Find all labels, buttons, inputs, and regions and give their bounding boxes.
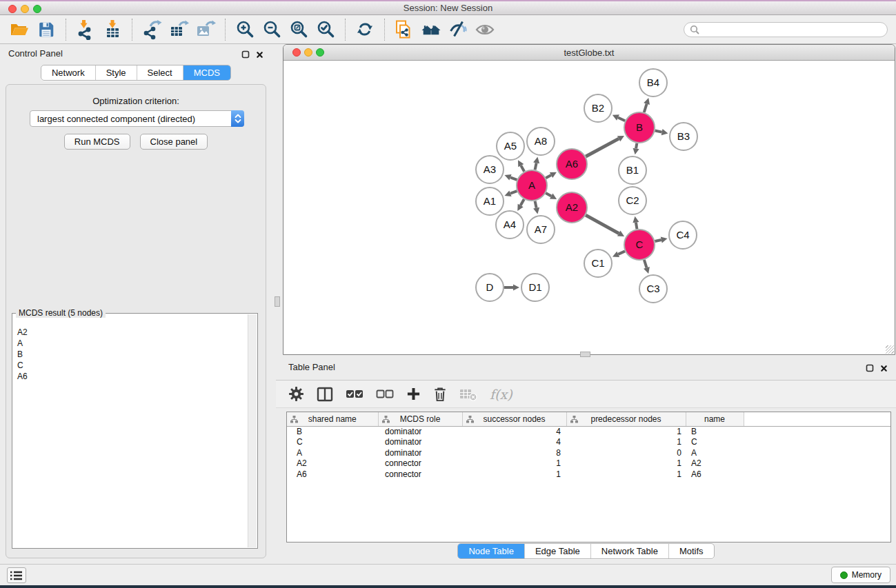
tab-motifs[interactable]: Motifs xyxy=(668,544,714,558)
cell-name[interactable]: A6 xyxy=(686,469,744,480)
close-panel-icon[interactable] xyxy=(256,49,263,61)
delete-column-button[interactable] xyxy=(433,386,447,402)
cell-successor-nodes[interactable]: 1 xyxy=(462,458,566,469)
apply-layout-button[interactable] xyxy=(352,17,377,42)
network-document-button[interactable] xyxy=(392,17,417,42)
tab-network-table[interactable]: Network Table xyxy=(590,544,668,558)
cell-name[interactable]: B xyxy=(686,426,744,437)
tab-edge-table[interactable]: Edge Table xyxy=(524,544,590,558)
cell-shared-name[interactable]: A2 xyxy=(287,458,378,469)
cell-predecessor-nodes[interactable]: 1 xyxy=(566,458,686,469)
column-header-name[interactable]: name xyxy=(686,412,744,426)
graph-edge-C-C1[interactable] xyxy=(618,251,625,254)
function-builder-button[interactable]: f(x) xyxy=(490,387,512,402)
cell-predecessor-nodes[interactable]: 1 xyxy=(566,469,686,480)
table-row[interactable]: A6connector11A6 xyxy=(287,469,890,480)
table-row[interactable]: Bdominator41B xyxy=(287,426,890,437)
run-mcds-button[interactable]: Run MCDS xyxy=(64,134,130,150)
cell-predecessor-nodes[interactable]: 1 xyxy=(566,426,686,437)
graph-edge-A-A2[interactable] xyxy=(546,193,551,196)
cell-MCDS-role[interactable]: dominator xyxy=(378,437,462,448)
mcds-result-item[interactable]: B xyxy=(17,349,247,360)
graph-edge-A-A1[interactable] xyxy=(510,191,517,194)
dropdown-stepper-icon[interactable] xyxy=(231,110,244,127)
graph-edge-B-B4[interactable] xyxy=(644,104,647,112)
table-row[interactable]: A2connector11A2 xyxy=(287,458,890,469)
mcds-result-item[interactable]: A xyxy=(17,338,247,349)
zoom-out-button[interactable] xyxy=(259,17,284,42)
cell-successor-nodes[interactable]: 8 xyxy=(462,448,566,459)
zoom-in-button[interactable] xyxy=(232,17,257,42)
cell-successor-nodes[interactable]: 4 xyxy=(462,426,566,437)
export-network-button[interactable] xyxy=(139,17,164,42)
cell-predecessor-nodes[interactable]: 1 xyxy=(566,437,686,448)
search-field[interactable] xyxy=(684,22,888,37)
mcds-result-item[interactable]: A6 xyxy=(17,371,247,382)
deselect-all-button[interactable] xyxy=(376,388,394,401)
home-button[interactable] xyxy=(419,17,444,42)
cell-MCDS-role[interactable]: dominator xyxy=(378,448,462,459)
close-panel-button[interactable]: Close panel xyxy=(140,134,208,150)
graph-edge-A-A8[interactable] xyxy=(535,163,537,170)
horizontal-splitter-grip[interactable] xyxy=(580,352,590,357)
zoom-selected-button[interactable] xyxy=(313,17,338,42)
network-canvas[interactable]: AA1A2A3A4A5A6A7A8BB1B2B3B4CC1C2C3C4DD1 xyxy=(283,61,895,354)
graph-edge-A-A5[interactable] xyxy=(521,165,524,172)
float-panel-icon[interactable] xyxy=(866,363,874,375)
cell-name[interactable]: A2 xyxy=(686,458,744,469)
delete-table-button[interactable] xyxy=(459,387,477,402)
table-settings-button[interactable] xyxy=(288,386,304,402)
close-panel-icon[interactable] xyxy=(880,363,888,375)
column-header-MCDS-role[interactable]: MCDS role xyxy=(378,412,462,426)
graph-edge-A-A7[interactable] xyxy=(535,201,537,208)
zoom-fit-button[interactable] xyxy=(286,17,311,42)
cell-predecessor-nodes[interactable]: 0 xyxy=(566,448,686,459)
cell-shared-name[interactable]: A6 xyxy=(287,469,378,480)
cell-successor-nodes[interactable]: 1 xyxy=(462,469,566,480)
cell-name[interactable]: A xyxy=(686,448,744,459)
graph-edge-A2-C[interactable] xyxy=(586,215,619,233)
graph-edge-C-C2[interactable] xyxy=(636,223,637,230)
cell-shared-name[interactable]: A xyxy=(287,448,378,459)
open-session-button[interactable] xyxy=(7,17,32,42)
criterion-dropdown[interactable]: largest connected component (directed) xyxy=(30,110,244,127)
mcds-result-item[interactable]: C xyxy=(17,360,247,371)
cell-shared-name[interactable]: C xyxy=(287,437,378,448)
mcds-result-item[interactable]: A2 xyxy=(17,327,247,338)
import-network-button[interactable] xyxy=(73,17,98,42)
column-header-shared-name[interactable]: shared name xyxy=(287,412,378,426)
export-image-button[interactable] xyxy=(193,17,218,42)
window-resize-grip[interactable] xyxy=(886,345,894,354)
table-row[interactable]: Cdominator41C xyxy=(287,437,890,448)
tab-node-table[interactable]: Node Table xyxy=(458,544,524,558)
hide-graphics-details-button[interactable] xyxy=(446,17,470,42)
mcds-result-scrollbar[interactable] xyxy=(248,314,257,547)
tab-style[interactable]: Style xyxy=(95,65,137,80)
select-all-button[interactable] xyxy=(346,388,364,401)
tab-mcds[interactable]: MCDS xyxy=(183,65,230,80)
table-row[interactable]: Adominator80A xyxy=(287,448,890,459)
graph-edge-B-B1[interactable] xyxy=(636,143,637,149)
import-table-button[interactable] xyxy=(100,17,125,42)
cell-successor-nodes[interactable]: 4 xyxy=(462,437,566,448)
graph-edge-C-C3[interactable] xyxy=(644,260,647,268)
cell-MCDS-role[interactable]: connector xyxy=(378,469,462,480)
search-input[interactable] xyxy=(703,24,882,35)
graph-edge-C-C4[interactable] xyxy=(655,240,661,241)
graph-edge-B-B2[interactable] xyxy=(618,118,625,121)
export-table-button[interactable] xyxy=(166,17,191,42)
show-columns-button[interactable] xyxy=(317,387,333,402)
save-session-button[interactable] xyxy=(34,17,59,42)
graph-edge-A-A3[interactable] xyxy=(510,177,517,180)
graph-edge-A-A6[interactable] xyxy=(546,175,551,178)
memory-button[interactable]: Memory xyxy=(831,567,890,583)
graph-edge-B-B3[interactable] xyxy=(655,131,662,132)
show-graphics-details-button[interactable] xyxy=(472,17,497,42)
float-panel-icon[interactable] xyxy=(241,49,250,61)
add-column-button[interactable] xyxy=(406,387,421,401)
tab-select[interactable]: Select xyxy=(137,65,183,80)
column-header-predecessor-nodes[interactable]: predecessor nodes xyxy=(566,412,686,426)
cell-name[interactable]: C xyxy=(686,437,744,448)
tab-network[interactable]: Network xyxy=(41,65,95,80)
graph-edge-A6-B[interactable] xyxy=(586,139,619,156)
